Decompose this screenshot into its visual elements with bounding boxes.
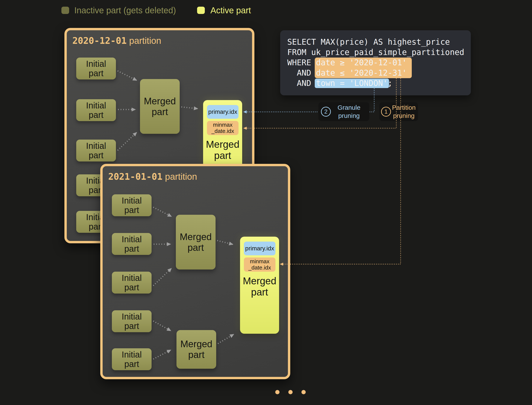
primary-idx-badge: primary.idx	[207, 105, 238, 119]
merged-part-inactive: Merged part	[176, 330, 216, 369]
sql-query-panel: SELECT MAX(price) AS highest_price FROM …	[280, 30, 471, 95]
sql-line: WHERE date ≥ '2020-12-01'	[287, 58, 464, 68]
primary-idx-badge: primary.idx	[244, 242, 276, 255]
partition-title: 2020-12-01 partition	[72, 35, 161, 46]
partition-word: partition	[165, 172, 197, 182]
legend-active-swatch	[197, 7, 205, 14]
initial-part: Initial part	[112, 194, 152, 216]
initial-part: Initial part	[112, 310, 152, 332]
partition-date: 2020-12-01	[72, 35, 127, 46]
minmax-idx-badge: minmax _date.idx	[207, 121, 238, 135]
legend-inactive-swatch	[61, 7, 69, 14]
sql-line: SELECT MAX(price) AS highest_price	[287, 37, 464, 47]
diagram-canvas: Inactive part (gets deleted) Active part…	[0, 0, 532, 405]
sql-line: AND town = 'LONDON';	[287, 78, 464, 88]
initial-part: Initial part	[112, 348, 152, 370]
initial-part: Initial part	[76, 99, 116, 121]
partition-pruning-label: Partition pruning	[391, 103, 417, 120]
merged-part-label: Merged part	[240, 275, 279, 298]
carousel-dot[interactable]	[301, 390, 306, 394]
granule-pruning-number: 2	[321, 107, 331, 117]
initial-part: Initial part	[112, 272, 152, 294]
minmax-idx-badge: minmax _date.idx	[244, 257, 276, 272]
legend-inactive-label: Inactive part (gets deleted)	[74, 6, 176, 15]
initial-part: Initial part	[76, 140, 116, 162]
minmax-idx-line1: minmax	[207, 122, 238, 128]
merged-part-label: Merged part	[203, 139, 242, 161]
carousel-dot[interactable]	[288, 390, 293, 394]
legend-active-label: Active part	[210, 6, 251, 15]
granule-pruning-badge: 2 Granule pruning	[318, 102, 369, 121]
granule-pruning-label: Granule pruning	[331, 103, 367, 120]
partition-word: partition	[129, 36, 161, 46]
minmax-idx-line1: minmax	[244, 258, 276, 264]
minmax-idx-line2: _date.idx	[244, 264, 276, 271]
merged-part-inactive: Merged part	[140, 79, 180, 134]
merged-part-active: primary.idx minmax _date.idx Merged part	[240, 237, 279, 334]
partition-pruning-badge: 1 Partition pruning	[379, 102, 418, 121]
sql-line: FROM uk_price_paid_simple_partitioned	[287, 47, 464, 58]
partition-2021-01-01: 2021-01-01 partition Initial part Initia…	[100, 164, 290, 379]
carousel-dot[interactable]	[275, 390, 280, 394]
merged-part-inactive: Merged part	[176, 215, 215, 270]
partition-date: 2021-01-01	[108, 171, 162, 182]
minmax-idx-line2: _date.idx	[207, 128, 238, 134]
sql-line: AND date ≤ '2020-12-31'	[287, 68, 464, 78]
partition-title: 2021-01-01 partition	[108, 171, 197, 182]
initial-part: Initial part	[76, 58, 116, 80]
sql-code: SELECT MAX(price) AS highest_price FROM …	[287, 37, 464, 88]
initial-part: Initial part	[112, 233, 152, 255]
partition-pruning-number: 1	[381, 107, 391, 117]
